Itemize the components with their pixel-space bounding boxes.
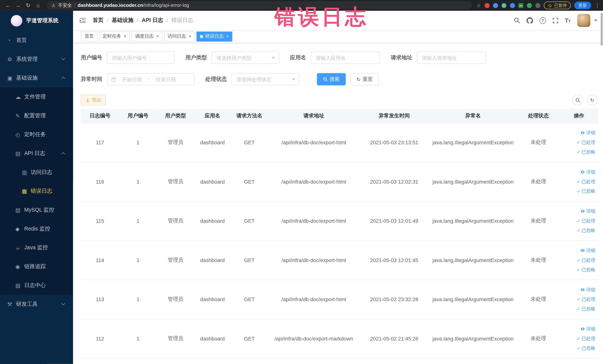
browser-home-icon[interactable]: ⌂ bbox=[34, 0, 42, 11]
action-detail-link[interactable]: 详细 bbox=[580, 247, 595, 254]
tab-home[interactable]: 首页 bbox=[81, 31, 97, 41]
refresh-table-button[interactable]: ↻ bbox=[587, 94, 598, 105]
extension-icon-blue[interactable] bbox=[493, 3, 498, 8]
extension-icon-dark[interactable] bbox=[535, 3, 540, 8]
action-processed-link[interactable]: ✓已处理 bbox=[577, 296, 595, 303]
sidebar-item-log-center[interactable]: ▧日志中心 bbox=[0, 276, 73, 295]
action-processed-link[interactable]: ✓已处理 bbox=[577, 218, 595, 224]
scrollbar-thumb[interactable] bbox=[601, 13, 603, 46]
tab-label: 访问日志 bbox=[168, 33, 186, 39]
breadcrumb-item-infra[interactable]: 基础设施 bbox=[112, 17, 133, 24]
sidebar-item-job[interactable]: ◴定时任务 bbox=[0, 125, 73, 144]
github-icon[interactable] bbox=[526, 17, 533, 23]
cell-method: GET bbox=[231, 319, 268, 358]
action-ignored-link[interactable]: ✓已忽略 bbox=[577, 188, 595, 194]
close-icon[interactable]: × bbox=[156, 34, 159, 39]
action-ignored-link[interactable]: ✓已忽略 bbox=[577, 345, 595, 351]
sidebar-item-tracer[interactable]: ◉链路追踪 bbox=[0, 257, 73, 276]
action-label: 已忽略 bbox=[581, 267, 595, 273]
action-processed-link[interactable]: ✓已处理 bbox=[577, 335, 595, 342]
sidebar-item-home[interactable]: ◔首页 bbox=[0, 31, 73, 50]
close-icon[interactable]: × bbox=[226, 34, 229, 39]
close-icon[interactable]: × bbox=[189, 34, 191, 39]
sidebar-item-mysql[interactable]: ▨MySQL 监控 bbox=[0, 200, 73, 219]
action-detail-link[interactable]: 详细 bbox=[580, 129, 595, 136]
breadcrumb-item-api-log[interactable]: API 日志 bbox=[142, 17, 163, 24]
browser-forward-icon[interactable]: → bbox=[14, 0, 23, 11]
address-bar[interactable]: ⚠ 不安全 dashboard.yudao.iocoder.cn/infra/l… bbox=[47, 1, 472, 10]
action-detail-link[interactable]: 详细 bbox=[580, 169, 595, 175]
tab-job-log[interactable]: 调度日志× bbox=[132, 31, 162, 41]
search-button[interactable]: 搜索 bbox=[317, 73, 346, 85]
sidebar-item-config[interactable]: ✎配置管理 bbox=[0, 106, 73, 125]
process-status-select-input[interactable] bbox=[232, 73, 299, 85]
extension-icon-on[interactable]: on bbox=[518, 3, 523, 8]
toggle-search-button[interactable] bbox=[572, 94, 583, 105]
tab-job[interactable]: 定时任务× bbox=[99, 31, 130, 41]
extension-icon-grid[interactable] bbox=[510, 3, 515, 8]
column-header-user_type: 用户类型 bbox=[157, 109, 194, 123]
request-url-input[interactable] bbox=[417, 52, 486, 64]
sidebar-item-infra[interactable]: ▣基础设施 bbox=[0, 69, 73, 87]
fullscreen-icon[interactable] bbox=[553, 17, 558, 23]
process-status-select[interactable] bbox=[232, 73, 299, 85]
sidebar-item-access-log[interactable]: ▥访问日志 bbox=[0, 163, 73, 182]
browser-menu-icon[interactable]: ⋮ bbox=[594, 0, 599, 11]
action-detail-link[interactable]: 详细 bbox=[580, 208, 595, 214]
browser-reload-icon[interactable]: ↻ bbox=[24, 0, 33, 11]
sidebar-item-error-log[interactable]: ▦错误日志 bbox=[0, 182, 73, 200]
user-avatar[interactable] bbox=[577, 14, 590, 27]
font-size-icon[interactable]: TT bbox=[565, 17, 571, 23]
help-icon[interactable]: ? bbox=[539, 17, 546, 23]
error-log-icon: ▦ bbox=[22, 188, 31, 194]
tab-error-log[interactable]: 错误日志× bbox=[197, 31, 232, 41]
app-logo[interactable]: 芋道管理系统 bbox=[0, 11, 73, 31]
sidebar-item-file[interactable]: ☁文件管理 bbox=[0, 87, 73, 106]
sidebar-item-system[interactable]: ⚙系统管理 bbox=[0, 50, 73, 69]
extension-icon-vue[interactable]: V bbox=[501, 3, 506, 8]
update-button[interactable]: 更新 bbox=[574, 1, 591, 9]
close-icon[interactable]: × bbox=[124, 34, 126, 39]
paused-badge[interactable]: ☺ 已暂停 bbox=[544, 1, 571, 9]
action-label: 已忽略 bbox=[581, 227, 595, 234]
sidebar-item-redis[interactable]: ◆Redis 监控 bbox=[0, 219, 73, 238]
exception-time-range[interactable]: - bbox=[107, 73, 195, 85]
download-icon bbox=[85, 98, 90, 102]
warning-icon: ⚠ bbox=[52, 3, 55, 8]
action-processed-link[interactable]: ✓已处理 bbox=[577, 139, 595, 146]
action-processed-link[interactable]: ✓已处理 bbox=[577, 178, 595, 185]
end-date-input[interactable] bbox=[150, 76, 182, 82]
chevron-down-icon[interactable] bbox=[594, 20, 597, 21]
hamburger-icon[interactable] bbox=[79, 16, 86, 24]
action-ignored-link[interactable]: ✓已忽略 bbox=[577, 149, 595, 155]
user-type-select[interactable] bbox=[211, 52, 279, 64]
bookmark-star-icon[interactable]: ☆ bbox=[476, 2, 481, 8]
action-ignored-link[interactable]: ✓已忽略 bbox=[577, 305, 595, 312]
table-body: 1171管理员dashboardGET/api/infra/db-doc/exp… bbox=[81, 123, 599, 358]
tab-access-log[interactable]: 访问日志× bbox=[164, 31, 195, 41]
user-type-select-input[interactable] bbox=[211, 52, 279, 64]
cell-exception: java.lang.IllegalArgumentException bbox=[429, 319, 517, 358]
app-name-input[interactable] bbox=[311, 52, 380, 64]
user-id-input[interactable] bbox=[107, 52, 175, 64]
reset-button[interactable]: ↻ 重置 bbox=[350, 73, 379, 85]
search-icon[interactable] bbox=[514, 17, 520, 23]
sidebar-item-java[interactable]: ☕Java 监控 bbox=[0, 238, 73, 257]
breadcrumb-item-home[interactable]: 首页 bbox=[93, 17, 104, 24]
action-detail-link[interactable]: 详细 bbox=[580, 326, 595, 332]
cell-id: 117 bbox=[81, 123, 119, 162]
security-label[interactable]: 不安全 bbox=[58, 2, 72, 9]
gear-icon: ⚙ bbox=[7, 56, 16, 62]
extension-icon-leaf[interactable] bbox=[527, 3, 532, 8]
extension-icon-red[interactable] bbox=[485, 3, 489, 8]
start-date-input[interactable] bbox=[116, 76, 148, 82]
browser-back-icon[interactable]: ← bbox=[4, 0, 12, 11]
sidebar-item-dev-tools[interactable]: ⚒研发工具 bbox=[0, 295, 73, 314]
sidebar-item-api-log[interactable]: ▤API 日志 bbox=[0, 144, 73, 163]
action-label: 详细 bbox=[586, 169, 595, 175]
action-detail-link[interactable]: 详细 bbox=[580, 286, 595, 293]
action-processed-link[interactable]: ✓已处理 bbox=[577, 257, 595, 263]
export-button[interactable]: 导出 bbox=[81, 94, 106, 105]
action-ignored-link[interactable]: ✓已忽略 bbox=[577, 267, 595, 273]
action-ignored-link[interactable]: ✓已忽略 bbox=[577, 227, 595, 234]
